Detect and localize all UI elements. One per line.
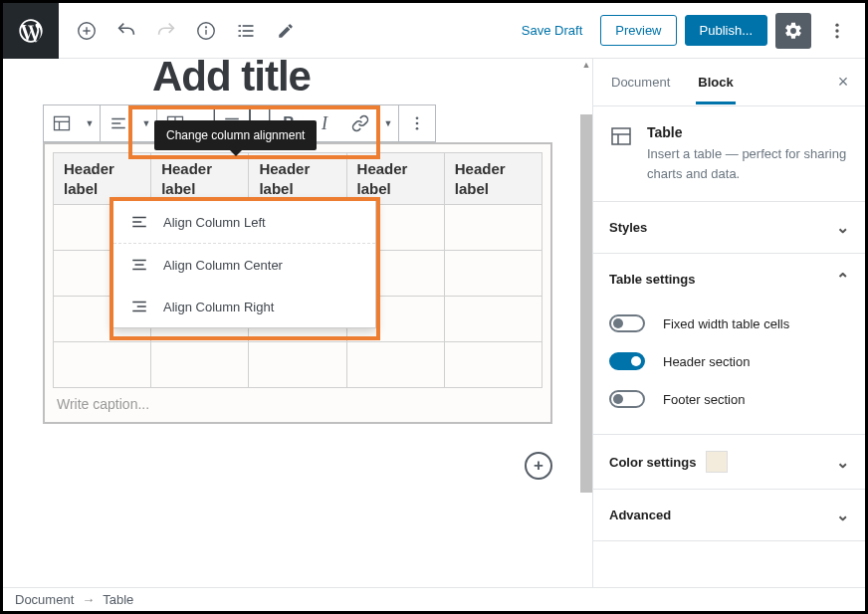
styles-panel-toggle[interactable]: Styles⌄: [593, 202, 865, 253]
svg-rect-11: [243, 35, 254, 37]
outline-button[interactable]: [228, 13, 264, 49]
svg-point-5: [206, 26, 207, 27]
editor-top-toolbar: Save Draft Preview Publish...: [3, 3, 865, 59]
editor-canvas-area: Add title ▼ ▼ ▼: [3, 59, 592, 587]
table-header-cell[interactable]: Header label: [346, 153, 444, 205]
more-options-button[interactable]: [819, 13, 855, 49]
add-block-inline-button[interactable]: +: [525, 452, 552, 480]
undo-button[interactable]: [108, 13, 144, 49]
align-column-right-item[interactable]: Align Column Right: [113, 286, 375, 327]
menu-item-label: Align Column Right: [163, 300, 274, 314]
chevron-up-icon: ⌃: [836, 270, 849, 289]
link-button[interactable]: [342, 105, 378, 141]
post-title[interactable]: Add title: [43, 59, 552, 101]
publish-button[interactable]: Publish...: [685, 15, 767, 46]
chevron-down-icon: ⌄: [836, 453, 849, 472]
block-type-button[interactable]: [44, 105, 80, 141]
column-align-menu: Align Column Left Align Column Center Al…: [112, 200, 376, 328]
wordpress-logo[interactable]: [3, 3, 59, 59]
breadcrumb-document[interactable]: Document: [15, 592, 74, 607]
align-left-icon: [129, 213, 149, 231]
svg-rect-8: [239, 30, 242, 32]
toggle-label: Header section: [663, 354, 750, 369]
toggle-label: Fixed width table cells: [663, 316, 789, 331]
table-header-cell[interactable]: Header label: [249, 153, 346, 205]
svg-rect-19: [111, 122, 120, 124]
table-header-cell[interactable]: Header label: [151, 153, 249, 205]
block-name: Table: [647, 124, 849, 140]
breadcrumb-separator: →: [82, 592, 95, 607]
svg-rect-20: [111, 127, 125, 129]
align-column-left-item[interactable]: Align Column Left: [113, 201, 375, 244]
table-header-cell[interactable]: Header label: [444, 153, 542, 205]
color-swatch: [706, 451, 728, 473]
svg-rect-33: [132, 226, 146, 228]
svg-rect-39: [132, 310, 146, 312]
table-settings-panel-toggle[interactable]: Table settings⌃: [593, 254, 865, 305]
breadcrumb-table[interactable]: Table: [103, 592, 133, 607]
advanced-panel-toggle[interactable]: Advanced⌄: [593, 490, 865, 540]
block-type-dropdown[interactable]: ▼: [80, 105, 100, 141]
block-tab[interactable]: Block: [684, 61, 747, 103]
svg-rect-32: [132, 221, 141, 223]
svg-rect-15: [55, 116, 70, 129]
table-header-row[interactable]: Header label Header label Header label H…: [54, 153, 542, 205]
svg-rect-9: [243, 30, 254, 32]
svg-rect-6: [239, 25, 242, 27]
svg-rect-7: [243, 25, 254, 27]
svg-point-13: [835, 29, 838, 32]
align-column-center-item[interactable]: Align Column Center: [113, 244, 375, 286]
chevron-down-icon: ⌄: [836, 506, 849, 524]
svg-point-28: [416, 116, 419, 119]
add-block-button[interactable]: [69, 13, 105, 49]
close-sidebar-button[interactable]: ×: [825, 72, 861, 93]
settings-button[interactable]: [775, 13, 811, 49]
menu-item-label: Align Column Left: [163, 215, 266, 230]
svg-rect-31: [132, 217, 146, 219]
table-icon: [609, 124, 633, 148]
header-section-toggle[interactable]: [609, 352, 645, 370]
text-align-dropdown[interactable]: ▼: [136, 105, 156, 141]
footer-section-toggle[interactable]: [609, 390, 645, 408]
info-button[interactable]: [188, 13, 224, 49]
svg-rect-10: [239, 35, 242, 37]
table-header-cell[interactable]: Header label: [54, 153, 151, 205]
align-center-icon: [129, 256, 149, 274]
chevron-down-icon: ⌄: [836, 218, 849, 237]
fixed-width-toggle[interactable]: [609, 314, 645, 332]
save-draft-button[interactable]: Save Draft: [512, 17, 592, 44]
svg-point-12: [835, 23, 838, 26]
menu-item-label: Align Column Center: [163, 258, 283, 273]
svg-rect-38: [137, 306, 146, 307]
block-description: Insert a table — perfect for sharing cha…: [647, 144, 849, 183]
table-row[interactable]: [54, 342, 542, 388]
svg-point-30: [416, 127, 419, 130]
block-breadcrumb: Document → Table: [3, 587, 865, 611]
settings-sidebar: Document Block × Table Insert a table — …: [592, 59, 865, 587]
tooltip: Change column alignment: [154, 120, 317, 150]
document-tab[interactable]: Document: [597, 61, 684, 103]
redo-button[interactable]: [148, 13, 184, 49]
toggle-label: Footer section: [663, 392, 745, 407]
svg-rect-37: [132, 302, 146, 304]
svg-rect-36: [132, 269, 146, 271]
svg-point-29: [416, 122, 419, 125]
editor-scrollbar[interactable]: ▲: [580, 59, 592, 587]
more-formatting-dropdown[interactable]: ▼: [378, 105, 398, 141]
text-align-button[interactable]: [101, 105, 136, 141]
block-more-button[interactable]: [399, 105, 435, 141]
svg-rect-34: [132, 260, 146, 262]
color-settings-panel-toggle[interactable]: Color settings ⌄: [593, 435, 865, 489]
svg-rect-40: [612, 128, 630, 144]
align-right-icon: [129, 298, 149, 315]
svg-point-14: [835, 35, 838, 38]
svg-rect-18: [111, 118, 125, 120]
svg-rect-35: [135, 264, 144, 266]
table-caption-input[interactable]: Write caption...: [53, 388, 542, 414]
preview-button[interactable]: Preview: [600, 15, 676, 46]
edit-mode-button[interactable]: [268, 13, 304, 49]
